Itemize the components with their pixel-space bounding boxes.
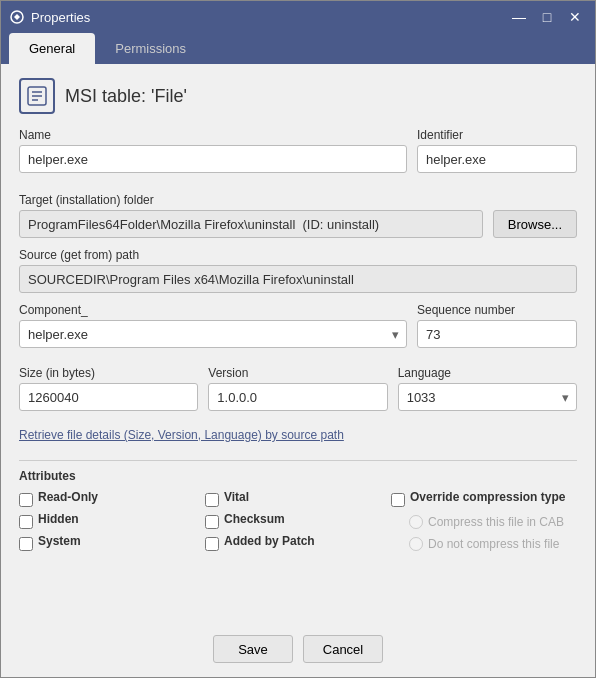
main-content: MSI table: 'File' Name Identifier Target… xyxy=(1,64,595,623)
title-bar: Properties — □ ✕ xyxy=(1,1,595,33)
system-label: System xyxy=(38,534,81,548)
col1-checkboxes: Read-Only Hidden System xyxy=(19,489,205,555)
name-label: Name xyxy=(19,128,407,142)
name-field-group: Name xyxy=(19,128,407,173)
source-path-group: Source (get from) path xyxy=(19,248,577,293)
tab-permissions[interactable]: Permissions xyxy=(95,33,206,64)
save-button[interactable]: Save xyxy=(213,635,293,663)
attributes-section: Attributes Read-Only Hidden System xyxy=(19,469,577,555)
target-folder-input[interactable] xyxy=(19,210,483,238)
added-by-patch-checkbox[interactable] xyxy=(205,537,219,551)
target-folder-row: Browse... xyxy=(19,210,577,238)
checkbox-checksum: Checksum xyxy=(205,511,391,533)
system-checkbox[interactable] xyxy=(19,537,33,551)
override-compression-label: Override compression type xyxy=(410,490,565,504)
retrieve-link[interactable]: Retrieve file details (Size, Version, La… xyxy=(19,428,344,442)
attributes-grid: Read-Only Hidden System Vital xyxy=(19,489,577,555)
component-select[interactable]: helper.exe xyxy=(19,320,407,348)
minimize-button[interactable]: — xyxy=(507,7,531,27)
override-compression-checkbox[interactable] xyxy=(391,493,405,507)
sequence-label: Sequence number xyxy=(417,303,577,317)
language-label: Language xyxy=(398,366,577,380)
size-input[interactable] xyxy=(19,383,198,411)
language-group: Language 1033 xyxy=(398,366,577,411)
do-not-compress-label: Do not compress this file xyxy=(428,537,559,551)
name-identifier-row: Name Identifier xyxy=(19,128,577,183)
sequence-group: Sequence number xyxy=(417,303,577,348)
maximize-button[interactable]: □ xyxy=(535,7,559,27)
divider xyxy=(19,460,577,461)
checkbox-added-by-patch: Added by Patch xyxy=(205,533,391,555)
checkbox-hidden: Hidden xyxy=(19,511,205,533)
attributes-label: Attributes xyxy=(19,469,577,483)
language-select-wrapper: 1033 xyxy=(398,383,577,411)
app-icon xyxy=(9,9,25,25)
vital-checkbox[interactable] xyxy=(205,493,219,507)
component-sequence-row: Component_ helper.exe Sequence number xyxy=(19,303,577,358)
size-label: Size (in bytes) xyxy=(19,366,198,380)
properties-window: Properties — □ ✕ General Permissions MSI… xyxy=(0,0,596,678)
identifier-field-group: Identifier xyxy=(417,128,577,173)
component-group: Component_ helper.exe xyxy=(19,303,407,348)
checkbox-vital: Vital xyxy=(205,489,391,511)
checksum-checkbox[interactable] xyxy=(205,515,219,529)
compress-cab-radio[interactable] xyxy=(409,515,423,529)
language-select[interactable]: 1033 xyxy=(398,383,577,411)
title-bar-left: Properties xyxy=(9,9,90,25)
close-button[interactable]: ✕ xyxy=(563,7,587,27)
sequence-input[interactable] xyxy=(417,320,577,348)
source-path-input[interactable] xyxy=(19,265,577,293)
do-not-compress-radio[interactable] xyxy=(409,537,423,551)
version-group: Version xyxy=(208,366,387,411)
component-label: Component_ xyxy=(19,303,407,317)
component-select-wrapper: helper.exe xyxy=(19,320,407,348)
compress-cab-label: Compress this file in CAB xyxy=(428,515,564,529)
checkbox-system: System xyxy=(19,533,205,555)
window-title: Properties xyxy=(31,10,90,25)
tab-general[interactable]: General xyxy=(9,33,95,64)
tab-bar: General Permissions xyxy=(1,33,595,64)
size-group: Size (in bytes) xyxy=(19,366,198,411)
version-label: Version xyxy=(208,366,387,380)
identifier-label: Identifier xyxy=(417,128,577,142)
checkbox-readonly: Read-Only xyxy=(19,489,205,511)
identifier-input[interactable] xyxy=(417,145,577,173)
hidden-label: Hidden xyxy=(38,512,79,526)
version-input[interactable] xyxy=(208,383,387,411)
vital-label: Vital xyxy=(224,490,249,504)
browse-button[interactable]: Browse... xyxy=(493,210,577,238)
name-input[interactable] xyxy=(19,145,407,173)
col3-compression: Override compression type Compress this … xyxy=(391,489,577,555)
radio-do-not-compress: Do not compress this file xyxy=(409,533,577,555)
radio-compress-cab: Compress this file in CAB xyxy=(409,511,577,533)
title-bar-controls: — □ ✕ xyxy=(507,7,587,27)
readonly-label: Read-Only xyxy=(38,490,98,504)
section-icon xyxy=(19,78,55,114)
cancel-button[interactable]: Cancel xyxy=(303,635,383,663)
readonly-checkbox[interactable] xyxy=(19,493,33,507)
source-path-label: Source (get from) path xyxy=(19,248,577,262)
footer: Save Cancel xyxy=(1,623,595,677)
hidden-checkbox[interactable] xyxy=(19,515,33,529)
size-version-language-row: Size (in bytes) Version Language 1033 xyxy=(19,366,577,421)
section-title: MSI table: 'File' xyxy=(65,86,187,107)
checkbox-override-compression: Override compression type xyxy=(391,489,577,511)
section-header: MSI table: 'File' xyxy=(19,78,577,114)
added-by-patch-label: Added by Patch xyxy=(224,534,315,548)
col2-checkboxes: Vital Checksum Added by Patch xyxy=(205,489,391,555)
target-folder-group: Target (installation) folder Browse... xyxy=(19,193,577,238)
target-folder-label: Target (installation) folder xyxy=(19,193,577,207)
checksum-label: Checksum xyxy=(224,512,285,526)
